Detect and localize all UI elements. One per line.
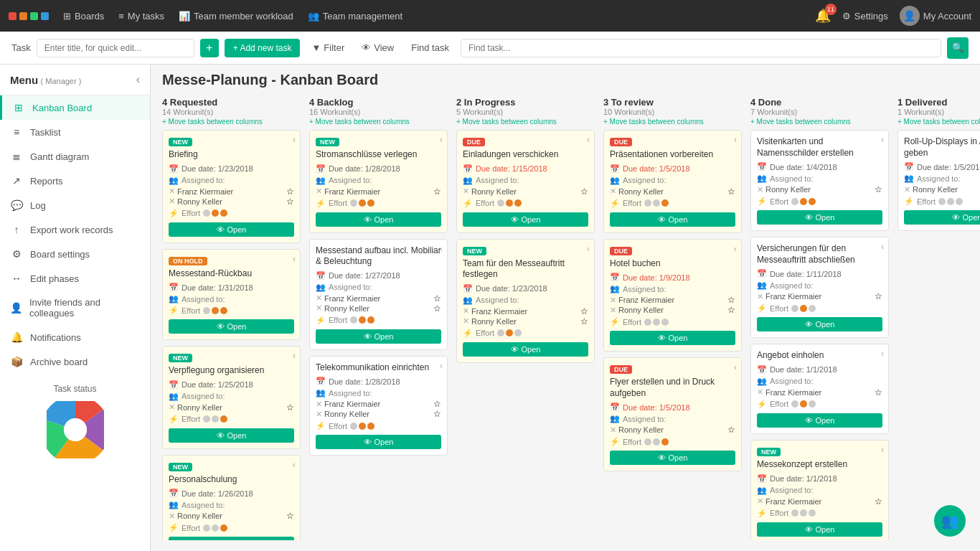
remove-person-button-3-0-0[interactable]: ✕ — [610, 187, 616, 196]
star-person-button-4-3-0[interactable]: ☆ — [875, 496, 882, 507]
card-collapse-button-3-2[interactable]: ‹ — [734, 362, 737, 372]
column-move-0[interactable]: + Move tasks between columns — [162, 118, 302, 126]
sidebar-item-tasklist[interactable]: ≡ Tasklist — [0, 120, 150, 144]
column-move-2[interactable]: + Move tasks between columns — [456, 118, 596, 126]
star-person-button-4-1-0[interactable]: ☆ — [875, 291, 882, 301]
remove-person-button-0-2-0[interactable]: ✕ — [169, 402, 175, 412]
card-collapse-button-4-3[interactable]: ‹ — [881, 445, 884, 455]
search-button[interactable]: 🔍 — [947, 37, 969, 59]
remove-person-button-3-2-0[interactable]: ✕ — [610, 425, 616, 435]
star-person-button-2-1-1[interactable]: ☆ — [580, 316, 588, 326]
settings-button[interactable]: ⚙ Settings — [842, 11, 888, 22]
remove-person-button-2-0-0[interactable]: ✕ — [463, 187, 469, 196]
column-move-5[interactable]: + Move tasks between columns — [897, 118, 980, 126]
sidebar-toggle-button[interactable]: ‹ — [136, 73, 140, 86]
star-person-button-1-0-0[interactable]: ☆ — [433, 187, 441, 197]
star-person-button-1-2-1[interactable]: ☆ — [433, 409, 441, 419]
remove-person-button-5-0-0[interactable]: ✕ — [904, 185, 910, 194]
remove-person-button-0-0-0[interactable]: ✕ — [169, 187, 175, 196]
card-open-button-0-3[interactable]: 👁 Open — [169, 537, 294, 540]
notifications-button[interactable]: 🔔 11 — [815, 8, 831, 24]
column-move-4[interactable]: + Move tasks between columns — [750, 118, 890, 126]
remove-person-button-1-2-0[interactable]: ✕ — [316, 400, 322, 409]
filter-button[interactable]: ▼ Filter — [306, 39, 350, 56]
nav-boards[interactable]: ⊞ Boards — [63, 11, 104, 22]
sidebar-item-reports[interactable]: ↗ Reports — [0, 169, 150, 193]
star-person-button-0-0-1[interactable]: ☆ — [286, 197, 294, 207]
star-person-button-1-2-0[interactable]: ☆ — [433, 399, 441, 409]
task-add-plus-button[interactable]: + — [200, 39, 219, 57]
sidebar-item-invite[interactable]: 👤 Invite friends and colleagues — [0, 291, 150, 325]
add-new-task-button[interactable]: + Add new task — [225, 39, 301, 57]
card-open-button-4-0[interactable]: 👁 Open — [757, 210, 882, 225]
card-collapse-button-1-1[interactable]: ‹ — [440, 244, 443, 254]
remove-person-button-1-2-1[interactable]: ✕ — [316, 410, 322, 419]
star-person-button-0-3-0[interactable]: ☆ — [286, 511, 294, 521]
card-collapse-button-2-0[interactable]: ‹ — [587, 135, 590, 145]
nav-my-tasks[interactable]: ≡ My tasks — [118, 11, 164, 22]
card-collapse-button-0-0[interactable]: ‹ — [293, 135, 296, 145]
card-open-button-0-0[interactable]: 👁 Open — [169, 222, 294, 237]
account-button[interactable]: 👤 My Account — [900, 6, 971, 26]
sidebar-item-archive[interactable]: 📦 Archive board — [0, 349, 150, 374]
nav-team-management[interactable]: 👥 Team management — [308, 11, 402, 22]
card-open-button-1-2[interactable]: 👁 Open — [316, 435, 441, 449]
sidebar-item-board-settings[interactable]: ⚙ Board settings — [0, 242, 150, 266]
star-person-button-4-0-0[interactable]: ☆ — [875, 184, 882, 194]
star-person-button-0-0-0[interactable]: ☆ — [286, 187, 294, 197]
column-move-1[interactable]: + Move tasks between columns — [309, 118, 449, 126]
sidebar-item-edit-phases[interactable]: ↔ Edit phases — [0, 266, 150, 291]
task-quick-edit-input[interactable] — [37, 39, 194, 57]
app-logo[interactable] — [9, 12, 49, 20]
card-collapse-button-3-1[interactable]: ‹ — [734, 244, 737, 254]
star-person-button-1-1-1[interactable]: ☆ — [433, 303, 441, 314]
star-person-button-3-1-0[interactable]: ☆ — [727, 295, 735, 305]
card-open-button-5-0[interactable]: 👁 Open — [904, 210, 980, 225]
star-person-button-0-2-0[interactable]: ☆ — [286, 402, 294, 413]
card-open-button-4-2[interactable]: 👁 Open — [757, 413, 882, 428]
remove-person-button-1-1-0[interactable]: ✕ — [316, 293, 322, 303]
remove-person-button-0-0-1[interactable]: ✕ — [169, 197, 175, 206]
sidebar-item-log[interactable]: 💬 Log — [0, 193, 150, 217]
sidebar-item-kanban-board[interactable]: ⊞ Kanban Board — [0, 95, 150, 120]
sidebar-item-gantt[interactable]: ≣ Gantt diagram — [0, 144, 150, 169]
view-button[interactable]: 👁 View — [356, 39, 400, 56]
card-open-button-3-2[interactable]: 👁 Open — [610, 451, 735, 465]
card-collapse-button-0-3[interactable]: ‹ — [293, 460, 296, 470]
remove-person-button-4-0-0[interactable]: ✕ — [757, 185, 763, 194]
star-person-button-2-0-0[interactable]: ☆ — [580, 187, 588, 197]
remove-person-button-1-1-1[interactable]: ✕ — [316, 303, 322, 313]
chat-button[interactable]: 👥 — [934, 505, 966, 537]
card-open-button-0-2[interactable]: 👁 Open — [169, 428, 294, 443]
remove-person-button-1-0-0[interactable]: ✕ — [316, 187, 322, 196]
card-collapse-button-0-2[interactable]: ‹ — [293, 351, 296, 361]
sidebar-item-export[interactable]: ↑ Export work records — [0, 217, 150, 242]
star-person-button-3-0-0[interactable]: ☆ — [727, 187, 735, 197]
card-collapse-button-4-0[interactable]: ‹ — [881, 135, 884, 145]
card-open-button-1-0[interactable]: 👁 Open — [316, 212, 441, 227]
card-open-button-3-1[interactable]: 👁 Open — [610, 331, 735, 345]
card-open-button-1-1[interactable]: 👁 Open — [316, 329, 441, 344]
card-collapse-button-3-0[interactable]: ‹ — [734, 135, 737, 145]
card-open-button-4-1[interactable]: 👁 Open — [757, 317, 882, 331]
card-open-button-2-1[interactable]: 👁 Open — [463, 342, 588, 357]
card-collapse-button-4-1[interactable]: ‹ — [881, 242, 884, 252]
card-collapse-button-1-0[interactable]: ‹ — [440, 135, 443, 145]
remove-person-button-3-1-1[interactable]: ✕ — [610, 306, 616, 315]
remove-person-button-4-3-0[interactable]: ✕ — [757, 496, 763, 506]
nav-team-workload[interactable]: 📊 Team member workload — [179, 11, 293, 22]
remove-person-button-3-1-0[interactable]: ✕ — [610, 296, 616, 305]
remove-person-button-2-1-1[interactable]: ✕ — [463, 316, 469, 326]
star-person-button-2-1-0[interactable]: ☆ — [580, 306, 588, 316]
star-person-button-4-2-0[interactable]: ☆ — [875, 387, 882, 397]
card-open-button-3-0[interactable]: 👁 Open — [610, 212, 735, 227]
card-collapse-button-0-1[interactable]: ‹ — [293, 254, 296, 264]
card-open-button-0-1[interactable]: 👁 Open — [169, 319, 294, 334]
card-collapse-button-2-1[interactable]: ‹ — [587, 244, 590, 254]
sidebar-item-notifications[interactable]: 🔔 Notifications — [0, 325, 150, 349]
remove-person-button-0-3-0[interactable]: ✕ — [169, 512, 175, 521]
card-open-button-4-3[interactable]: 👁 Open — [757, 522, 882, 537]
card-open-button-2-0[interactable]: 👁 Open — [463, 212, 588, 227]
find-task-input[interactable] — [461, 39, 941, 57]
card-collapse-button-4-2[interactable]: ‹ — [881, 349, 884, 359]
